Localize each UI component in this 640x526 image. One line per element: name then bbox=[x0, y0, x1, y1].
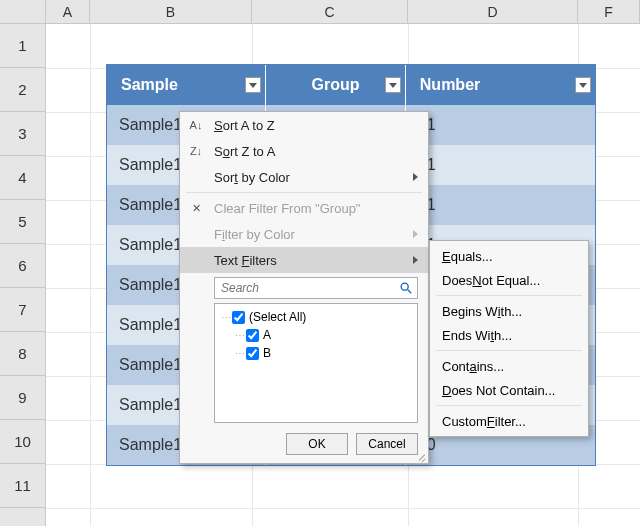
row-header-11[interactable]: 11 bbox=[0, 464, 45, 508]
tree-connector-icon: ⋯ bbox=[235, 348, 244, 359]
col-header-F[interactable]: F bbox=[578, 0, 640, 23]
svg-line-1 bbox=[408, 290, 412, 294]
tree-node-select-all[interactable]: ⋯ (Select All) bbox=[221, 308, 411, 326]
header-sample[interactable]: Sample bbox=[107, 65, 266, 105]
row-header-7[interactable]: 7 bbox=[0, 288, 45, 332]
autofilter-dropdown: A↓ Sort A to Z Z↓ Sort Z to A Sort by Co… bbox=[179, 111, 429, 464]
menu-filter-by-color-label: Filter by Color bbox=[214, 227, 295, 242]
menu-text-filters[interactable]: Text Filters bbox=[180, 247, 428, 273]
menu-clear-filter: ✕ Clear Filter From "Group" bbox=[180, 195, 428, 221]
tree-node-B[interactable]: ⋯ B bbox=[221, 344, 411, 362]
cell-number[interactable]: 11 bbox=[406, 185, 595, 225]
checkbox-select-all[interactable] bbox=[232, 311, 245, 324]
row-header-col: 1 2 3 4 5 6 7 8 9 10 11 bbox=[0, 24, 46, 526]
row-header-8[interactable]: 8 bbox=[0, 332, 45, 376]
header-group[interactable]: Group bbox=[266, 65, 405, 105]
filter-search-box[interactable] bbox=[214, 277, 418, 299]
menu-sort-za[interactable]: Z↓ Sort Z to A bbox=[180, 138, 428, 164]
tree-connector-icon: ⋯ bbox=[221, 312, 230, 323]
menu-sort-az-label: Sort A to Z bbox=[214, 118, 275, 133]
submenu-equals[interactable]: Equals... bbox=[430, 244, 588, 268]
sort-asc-icon: A↓ bbox=[188, 117, 204, 133]
col-header-D[interactable]: D bbox=[408, 0, 578, 23]
clear-filter-icon: ✕ bbox=[188, 200, 204, 216]
row-header-10[interactable]: 10 bbox=[0, 420, 45, 464]
row-header-4[interactable]: 4 bbox=[0, 156, 45, 200]
menu-separator bbox=[436, 405, 582, 406]
tree-node-A[interactable]: ⋯ A bbox=[221, 326, 411, 344]
ok-button[interactable]: OK bbox=[286, 433, 348, 455]
checkbox-A[interactable] bbox=[246, 329, 259, 342]
filter-button-row: OK Cancel bbox=[180, 429, 428, 455]
header-number-label: Number bbox=[420, 76, 480, 94]
cell-number[interactable]: 11 bbox=[406, 145, 595, 185]
filter-search-input[interactable] bbox=[219, 280, 413, 296]
select-all-corner[interactable] bbox=[0, 0, 46, 23]
col-header-A[interactable]: A bbox=[46, 0, 90, 23]
row-header-5[interactable]: 5 bbox=[0, 200, 45, 244]
filter-button-sample[interactable] bbox=[245, 77, 261, 93]
header-sample-label: Sample bbox=[121, 76, 178, 94]
row-header-9[interactable]: 9 bbox=[0, 376, 45, 420]
menu-separator bbox=[436, 295, 582, 296]
header-number[interactable]: Number bbox=[406, 65, 595, 105]
row-header-3[interactable]: 3 bbox=[0, 112, 45, 156]
menu-filter-by-color: Filter by Color bbox=[180, 221, 428, 247]
tree-label-select-all: (Select All) bbox=[249, 310, 306, 324]
tree-label-B: B bbox=[263, 346, 271, 360]
svg-point-0 bbox=[401, 283, 408, 290]
submenu-does-not-contain[interactable]: Does Not Contain... bbox=[430, 378, 588, 402]
menu-sort-za-label: Sort Z to A bbox=[214, 144, 275, 159]
menu-separator bbox=[436, 350, 582, 351]
submenu-arrow-icon bbox=[413, 230, 418, 238]
search-icon bbox=[399, 281, 413, 295]
filter-button-number[interactable] bbox=[575, 77, 591, 93]
menu-text-filters-label: Text Filters bbox=[214, 253, 277, 268]
submenu-ends-with[interactable]: Ends With... bbox=[430, 323, 588, 347]
text-filters-submenu: Equals... Does Not Equal... Begins With.… bbox=[429, 240, 589, 437]
sort-desc-icon: Z↓ bbox=[188, 143, 204, 159]
submenu-arrow-icon bbox=[413, 256, 418, 264]
row-header-1[interactable]: 1 bbox=[0, 24, 45, 68]
submenu-begins-with[interactable]: Begins With... bbox=[430, 299, 588, 323]
table-header-row: Sample Group Number bbox=[107, 65, 595, 105]
col-header-C[interactable]: C bbox=[252, 0, 408, 23]
submenu-arrow-icon bbox=[413, 173, 418, 181]
cancel-button[interactable]: Cancel bbox=[356, 433, 418, 455]
tree-connector-icon: ⋯ bbox=[235, 330, 244, 341]
submenu-contains[interactable]: Contains... bbox=[430, 354, 588, 378]
col-header-B[interactable]: B bbox=[90, 0, 252, 23]
submenu-custom-filter[interactable]: Custom Filter... bbox=[430, 409, 588, 433]
row-header-2[interactable]: 2 bbox=[0, 68, 45, 112]
cell-number[interactable]: 11 bbox=[406, 105, 595, 145]
menu-separator bbox=[186, 192, 422, 193]
resize-grip-icon[interactable] bbox=[416, 451, 426, 461]
menu-sort-az[interactable]: A↓ Sort A to Z bbox=[180, 112, 428, 138]
tree-label-A: A bbox=[263, 328, 271, 342]
header-group-label: Group bbox=[312, 76, 360, 94]
column-header-row: A B C D F bbox=[0, 0, 640, 24]
submenu-does-not-equal[interactable]: Does Not Equal... bbox=[430, 268, 588, 292]
checkbox-B[interactable] bbox=[246, 347, 259, 360]
menu-sort-by-color-label: Sort by Color bbox=[214, 170, 290, 185]
row-header-6[interactable]: 6 bbox=[0, 244, 45, 288]
filter-button-group[interactable] bbox=[385, 77, 401, 93]
menu-clear-filter-label: Clear Filter From "Group" bbox=[214, 201, 360, 216]
filter-values-tree[interactable]: ⋯ (Select All) ⋯ A ⋯ B bbox=[214, 303, 418, 423]
menu-sort-by-color[interactable]: Sort by Color bbox=[180, 164, 428, 190]
